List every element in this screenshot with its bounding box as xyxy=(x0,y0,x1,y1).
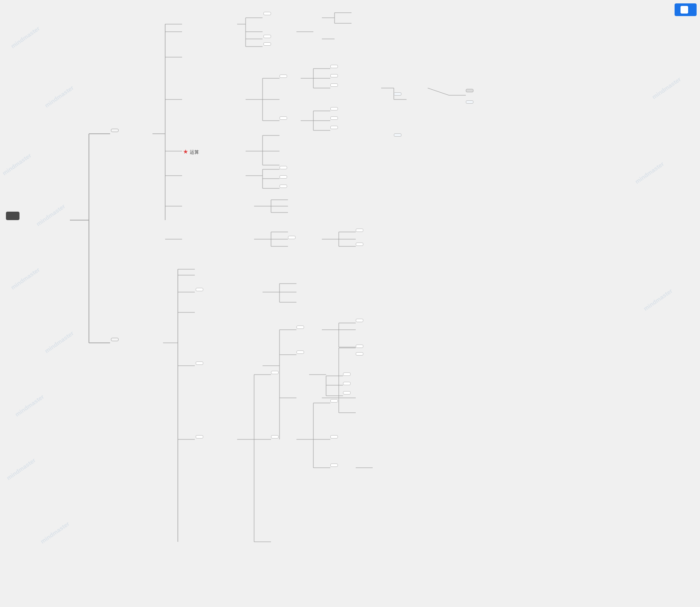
ra-main-node xyxy=(111,129,119,132)
intersect-node xyxy=(279,175,287,179)
select-kw xyxy=(343,372,351,376)
union-node xyxy=(279,166,287,169)
proj-example-label xyxy=(330,126,338,129)
connector-lines xyxy=(0,0,700,607)
query-label xyxy=(196,435,203,439)
omega-union-node xyxy=(263,12,271,15)
combined-example2 xyxy=(466,100,473,104)
common-node xyxy=(288,236,296,239)
order-by xyxy=(330,435,338,439)
group-by xyxy=(330,399,338,403)
subquery-label xyxy=(271,435,279,439)
proj-def xyxy=(330,107,338,110)
left-label xyxy=(6,212,19,220)
proj-expr xyxy=(394,133,401,137)
ddl-label xyxy=(196,288,203,291)
insert-example-label xyxy=(356,319,363,322)
projection-node xyxy=(279,116,287,120)
select-def xyxy=(330,65,338,68)
ops-label: ★ 运算 xyxy=(183,148,199,155)
natural-join-node xyxy=(356,243,363,246)
closure-law xyxy=(263,42,271,46)
having xyxy=(330,464,338,467)
brand-icon xyxy=(681,6,688,14)
omega-ops-node xyxy=(263,35,271,38)
svg-line-47 xyxy=(428,88,449,95)
delete-example-label xyxy=(356,352,363,356)
selection-node xyxy=(279,74,287,78)
dml-label xyxy=(196,361,203,365)
combined-example-title xyxy=(466,89,473,92)
ops-label-text: 运算 xyxy=(190,149,199,155)
star-icon: ★ xyxy=(183,148,188,155)
where-kw xyxy=(343,391,351,395)
basic-syntax xyxy=(271,371,279,374)
diff-node xyxy=(279,185,287,188)
from-kw xyxy=(343,382,351,385)
insert-label xyxy=(296,326,304,329)
select-op xyxy=(330,74,338,77)
proj-op xyxy=(330,116,338,120)
delete-label xyxy=(296,350,304,354)
cond-join-node xyxy=(356,229,363,232)
delete-format xyxy=(356,345,363,348)
select-expr xyxy=(394,92,401,96)
sql-main-node xyxy=(111,338,119,341)
brand-bar xyxy=(675,3,697,16)
select-example-label xyxy=(330,83,338,87)
